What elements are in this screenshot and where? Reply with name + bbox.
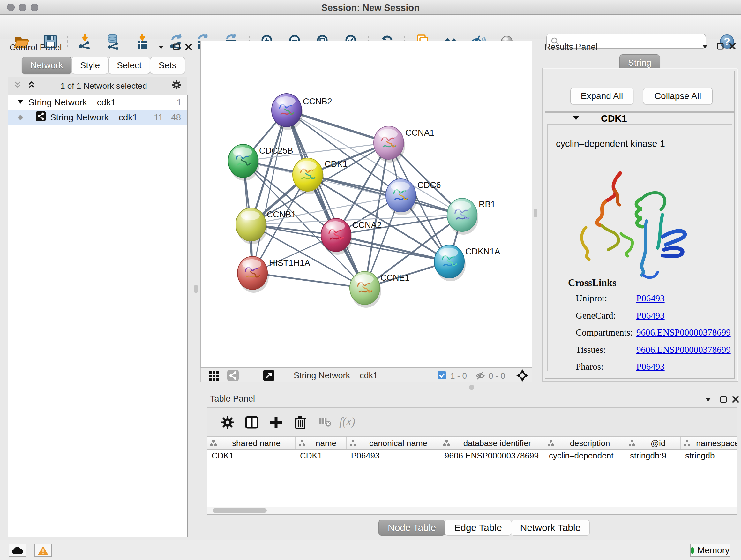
network-icon <box>36 111 46 124</box>
hidden-eye-slash-icon[interactable] <box>475 371 485 382</box>
network-node-CDC25B[interactable] <box>228 144 259 181</box>
network-tree-child-row[interactable]: String Network – cdk1 11 48 <box>8 110 187 125</box>
column-header-id[interactable]: @id <box>625 437 681 449</box>
netbar-separator <box>470 370 470 381</box>
crosslink-link[interactable]: 9606.ENSP00000378699 <box>636 345 731 355</box>
crosslink-label: GeneCard: <box>576 310 616 320</box>
crosslink-link[interactable]: P06493 <box>636 361 665 372</box>
table-cell[interactable]: CDK1 <box>295 449 347 462</box>
node-label: CDKN1A <box>465 247 500 256</box>
crosslink-row: Compartments:9606.ENSP00000378699 <box>576 327 726 345</box>
horizontal-scrollbar[interactable] <box>207 507 737 514</box>
expand-all-icon[interactable] <box>27 80 37 92</box>
tab-network-table[interactable]: Network Table <box>511 520 590 536</box>
table-cell[interactable]: stringdb:9... <box>625 449 681 462</box>
network-node-CCNE1[interactable] <box>350 271 381 308</box>
node-label: CCNB1 <box>267 210 296 219</box>
node-table[interactable]: shared namenamecanonical namedatabase id… <box>207 437 737 515</box>
control-panel-tabs: NetworkStyleSelectSets <box>22 57 185 74</box>
network-node-CDKN1A[interactable] <box>434 245 466 281</box>
results-panel-close-icon[interactable] <box>728 41 737 52</box>
results-panel-float-icon[interactable] <box>716 41 724 52</box>
memory-status-dot <box>690 547 694 554</box>
scrollbar-thumb[interactable] <box>212 508 267 513</box>
network-share-icon[interactable] <box>227 369 239 383</box>
table-panel-close-icon[interactable] <box>731 394 740 405</box>
table-cell[interactable]: 9606.ENSP00000378699 <box>440 449 544 462</box>
network-node-HIST1H1A[interactable] <box>238 256 269 293</box>
horizontal-splitter-grip[interactable] <box>469 385 474 389</box>
network-graph[interactable]: CCNB2CCNA1CDC25BCDK1CDC6RB1CCNB1CCNA2CDK… <box>201 41 531 367</box>
node-label: CCNE1 <box>381 273 410 283</box>
network-node-CDK1[interactable] <box>293 158 324 194</box>
crosslink-link[interactable]: 9606.ENSP00000378699 <box>636 327 731 338</box>
network-view-toolbar: String Network – cdk1 1 - 0 0 - 0 <box>200 368 532 382</box>
network-node-CCNA1[interactable] <box>374 126 405 163</box>
gear-icon[interactable] <box>171 79 182 92</box>
column-header-sharedname[interactable]: shared name <box>207 437 295 449</box>
delete-column-trash-icon[interactable] <box>293 415 308 430</box>
column-header-canonicalname[interactable]: canonical name <box>347 437 440 449</box>
control-panel: Control Panel NetworkStyleSelectSets 1 o… <box>4 42 193 538</box>
tab-network[interactable]: Network <box>22 57 72 74</box>
node-label: RB1 <box>479 199 495 209</box>
table-cell[interactable]: CDK1 <box>207 449 295 462</box>
netbar-separator <box>509 370 509 381</box>
network-tree: String Network – cdk1 1 String Network –… <box>8 95 188 537</box>
expand-all-button[interactable]: Expand All <box>570 88 633 105</box>
warning-button[interactable] <box>34 544 52 557</box>
tab-sets[interactable]: Sets <box>150 57 185 74</box>
tab-edge-table[interactable]: Edge Table <box>445 520 511 536</box>
column-header-name[interactable]: name <box>295 437 347 449</box>
tree-expander-icon[interactable] <box>17 98 24 108</box>
tab-style[interactable]: Style <box>71 57 109 74</box>
table-panel-menu-icon[interactable] <box>704 394 712 405</box>
gene-header[interactable]: CDK1 <box>545 113 734 124</box>
collapse-all-button[interactable]: Collapse All <box>643 88 713 105</box>
column-header-databaseidentifier[interactable]: database identifier <box>440 437 544 449</box>
network-node-RB1[interactable] <box>447 198 478 235</box>
column-header-namespace[interactable]: namespace <box>681 437 737 449</box>
results-panel-menu-icon[interactable] <box>701 41 709 52</box>
crosslink-link[interactable]: P06493 <box>636 310 665 321</box>
column-type-icon <box>628 439 636 447</box>
left-splitter-grip[interactable] <box>194 285 198 293</box>
selected-checkbox-icon[interactable] <box>437 371 447 381</box>
crosslink-row: GeneCard:P06493 <box>576 310 726 327</box>
table-cell[interactable]: stringdb <box>681 449 737 462</box>
delete-table-icon[interactable] <box>318 415 332 430</box>
network-tree-parent-row[interactable]: String Network – cdk1 1 <box>8 95 187 110</box>
table-panel-float-icon[interactable] <box>719 394 728 405</box>
memory-button[interactable]: Memory <box>690 544 730 557</box>
results-panel: Results Panel String Expand All Collapse… <box>539 41 741 397</box>
table-row[interactable]: CDK1CDK1P064939606.ENSP00000378699cyclin… <box>207 449 737 462</box>
control-panel-float-icon[interactable] <box>172 42 181 52</box>
control-panel-close-icon[interactable] <box>185 42 193 52</box>
control-panel-menu-icon[interactable] <box>157 42 165 52</box>
add-column-icon[interactable] <box>268 415 284 430</box>
table-toolbar: f(x) <box>207 408 737 437</box>
show-columns-icon[interactable] <box>244 415 259 430</box>
table-cell[interactable]: cyclin–dependent ... <box>544 449 625 462</box>
table-settings-gear-icon[interactable] <box>220 415 235 430</box>
right-splitter-grip[interactable] <box>534 209 537 217</box>
node-label: CCNA1 <box>405 128 434 138</box>
crosslink-link[interactable]: P06493 <box>636 293 665 304</box>
collapse-all-icon[interactable] <box>13 80 22 92</box>
grid-view-icon[interactable] <box>208 370 219 382</box>
tab-node-table[interactable]: Node Table <box>379 520 445 536</box>
tab-select[interactable]: Select <box>108 57 150 74</box>
network-node-CCNB2[interactable] <box>272 94 303 130</box>
gene-expander-icon[interactable] <box>572 114 580 123</box>
node-label: CCNA2 <box>352 220 382 230</box>
network-node-CCNA2[interactable] <box>321 219 352 255</box>
network-node-CDC6[interactable] <box>386 179 417 215</box>
open-in-window-icon[interactable] <box>263 369 275 383</box>
column-header-description[interactable]: description <box>544 437 625 449</box>
cloud-button[interactable] <box>9 544 26 557</box>
network-canvas[interactable]: CCNB2CCNA1CDC25BCDK1CDC6RB1CCNB1CCNA2CDK… <box>200 41 532 368</box>
node-label: CDK1 <box>325 159 347 169</box>
function-builder-icon[interactable]: f(x) <box>339 415 365 430</box>
table-cell[interactable]: P06493 <box>347 449 440 462</box>
center-view-icon[interactable] <box>516 369 529 383</box>
